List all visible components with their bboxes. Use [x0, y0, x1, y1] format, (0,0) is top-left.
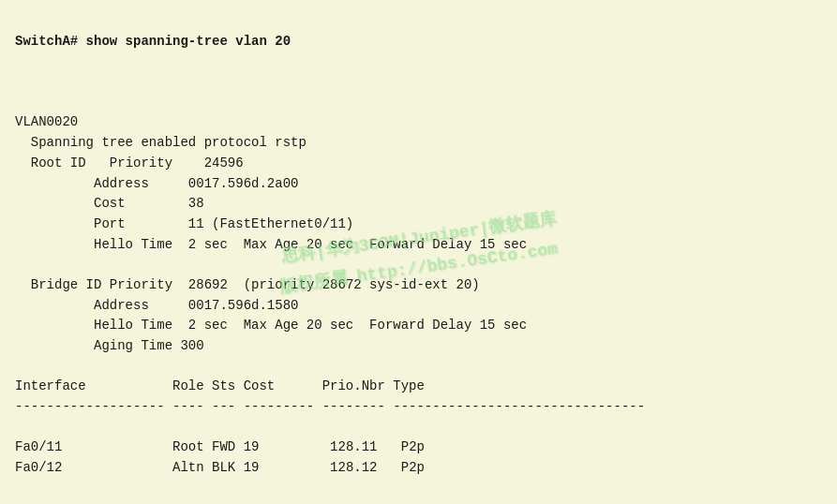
- role1: Root FWD 19: [172, 439, 259, 454]
- priority-value: 24596: [204, 156, 244, 170]
- port-value: 11 (FastEthernet0/11): [188, 216, 353, 231]
- separator: ------------------- ---- --- --------- -…: [15, 399, 645, 414]
- vlan-id: VLAN0020: [15, 114, 78, 129]
- bridge-hello-value: 2 sec Max Age 20 sec Forward Delay 15 se…: [188, 318, 527, 333]
- hello-line: Hello Time 2 sec Max Age 20 sec Forward …: [15, 237, 527, 252]
- terminal-window: SwitchA# show spanning-tree vlan 20 VLAN…: [0, 0, 837, 504]
- port-line: Port 11 (FastEthernet0/11): [15, 216, 353, 231]
- bridge-address-line: Address 0017.596d.1580: [15, 298, 298, 313]
- role2: Altn BLK 19: [172, 460, 259, 475]
- table-row-1: Fa0/11 Root FWD 19 128.11 P2p: [15, 439, 425, 454]
- address-line: Address 0017.596d.2a00: [15, 176, 298, 191]
- bridge-priority-value: 28692 (priority 28672 sys-id-ext 20): [188, 277, 480, 292]
- type1: P2p: [401, 439, 425, 454]
- bridge-hello-line: Hello Time 2 sec Max Age 20 sec Forward …: [15, 318, 527, 333]
- prio2: 128.12: [330, 460, 377, 475]
- iface1: Fa0/11: [15, 439, 62, 454]
- bridge-id-line: Bridge ID Priority 28692 (priority 28672…: [15, 277, 480, 292]
- address-value: 0017.596d.2a00: [188, 176, 299, 191]
- bridge-address-value: 0017.596d.1580: [188, 298, 299, 313]
- iface2: Fa0/12: [15, 460, 62, 475]
- priority-label: Priority: [110, 156, 172, 170]
- root-id-line: Root ID Priority 24596: [15, 156, 244, 170]
- prio1: 128.11: [330, 439, 377, 454]
- bridge-priority-label: Priority: [110, 277, 172, 292]
- interface-header: Interface Role Sts Cost Prio.Nbr Type: [15, 378, 425, 393]
- type2: P2p: [401, 460, 425, 475]
- command-line: SwitchA# show spanning-tree vlan 20: [15, 34, 291, 49]
- aging-line: Aging Time 300: [15, 338, 204, 353]
- cost-line: Cost 38: [15, 196, 204, 211]
- hello-value: 2 sec Max Age 20 sec Forward Delay 15 se…: [188, 237, 527, 252]
- command-text: SwitchA# show spanning-tree vlan 20: [15, 34, 291, 49]
- stp-enabled: Spanning tree enabled protocol rstp: [15, 135, 306, 150]
- table-row-2: Fa0/12 Altn BLK 19 128.12 P2p: [15, 460, 425, 475]
- terminal-text: SwitchA# show spanning-tree vlan 20 VLAN…: [15, 11, 822, 504]
- cost-value: 38: [188, 196, 204, 211]
